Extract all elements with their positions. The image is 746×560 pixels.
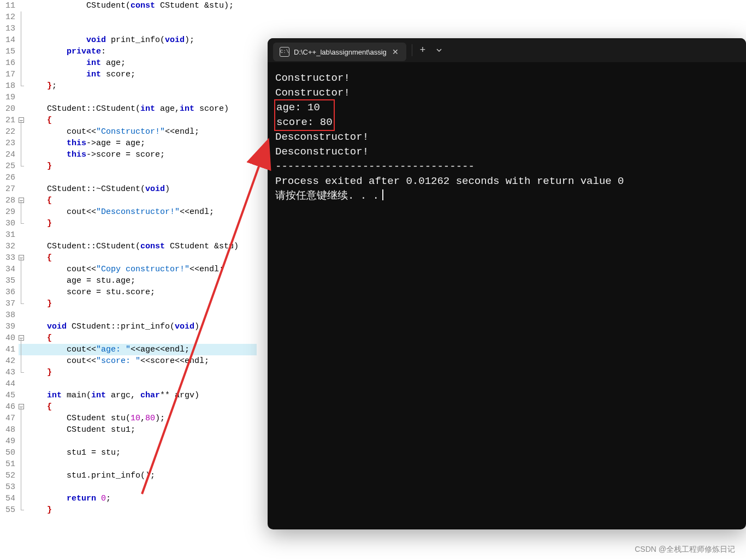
code-line[interactable]: 42 cout<<"score: "<<score<<endl; [0,355,257,367]
line-number: 54 [0,493,19,504]
terminal-window: C:\ D:\C++_lab\assignment\assig ✕ + Cons… [268,38,746,529]
code-line[interactable]: 52 stu1.print_info(); [0,470,257,481]
code-line[interactable]: 23 this->age = age; [0,138,257,149]
code-line[interactable]: 19 [0,92,257,103]
terminal-line: Constructor! [275,71,738,86]
code-line[interactable]: 53 [0,481,257,493]
code-text: } [26,504,257,516]
code-line[interactable]: 25 } [0,160,257,172]
terminal-line: score: 80 [276,115,333,130]
code-text [26,229,257,241]
code-line[interactable]: 31 [0,229,257,241]
code-text [26,172,257,183]
code-line[interactable]: 29 cout<<"Desconstructor!"<<endl; [0,206,257,218]
code-line[interactable]: 26 [0,172,257,183]
watermark: CSDN @全栈工程师修炼日记 [635,545,735,555]
line-number: 18 [0,80,19,92]
code-line[interactable]: 13 [0,23,257,34]
line-number: 34 [0,264,19,275]
line-number: 44 [0,378,19,390]
code-line[interactable]: 16 int age; [0,57,257,69]
fold-gutter[interactable] [19,401,26,413]
code-line[interactable]: 11 CStudent(const CStudent &stu); [0,0,257,11]
code-line[interactable]: 21 { [0,115,257,126]
code-line[interactable]: 14 void print_info(void); [0,34,257,46]
code-line[interactable]: 54 return 0; [0,493,257,504]
tab-separator [412,44,412,56]
fold-gutter[interactable] [19,195,26,206]
fold-gutter [19,413,26,424]
code-line[interactable]: 51 [0,458,257,470]
fold-gutter [19,172,26,183]
fold-gutter [19,390,26,401]
line-number: 13 [0,23,19,34]
code-text [26,23,257,34]
fold-gutter [19,23,26,34]
code-line[interactable]: 50 stu1 = stu; [0,447,257,458]
line-number: 51 [0,458,19,470]
code-line[interactable]: 32 CStudent::CStudent(const CStudent &st… [0,241,257,252]
terminal-body[interactable]: Constructor!Constructor!age: 10score: 80… [268,62,746,212]
terminal-prompt-line: 请按任意键继续. . . [275,189,738,204]
fold-gutter [19,183,26,195]
line-number: 26 [0,172,19,183]
code-line[interactable]: 55 } [0,504,257,516]
code-line[interactable]: 28 { [0,195,257,206]
code-line[interactable]: 34 cout<<"Copy constructor!"<<endl; [0,264,257,275]
code-line[interactable]: 20 CStudent::CStudent(int age,int score) [0,103,257,115]
code-text [26,11,257,23]
code-line[interactable]: 46 { [0,401,257,413]
code-line[interactable]: 45 int main(int argc, char** argv) [0,390,257,401]
fold-gutter [19,298,26,309]
code-line[interactable]: 38 [0,309,257,321]
fold-gutter[interactable] [19,115,26,126]
fold-gutter[interactable] [19,332,26,344]
code-editor[interactable]: 11 CStudent(const CStudent &stu);12 13 1… [0,0,257,546]
code-line[interactable]: 43 } [0,367,257,378]
line-number: 45 [0,390,19,401]
line-number: 22 [0,126,19,138]
code-line[interactable]: 47 CStudent stu(10,80); [0,413,257,424]
fold-gutter [19,481,26,493]
code-line[interactable]: 37 } [0,298,257,309]
code-text: CStudent stu1; [26,424,257,436]
code-text: stu1 = stu; [26,447,257,458]
fold-gutter [19,458,26,470]
line-number: 14 [0,34,19,46]
code-line[interactable]: 44 [0,378,257,390]
code-text: return 0; [26,493,257,504]
code-line[interactable]: 35 age = stu.age; [0,275,257,287]
fold-gutter [19,241,26,252]
code-line[interactable]: 30 } [0,218,257,229]
fold-gutter [19,218,26,229]
line-number: 27 [0,183,19,195]
highlight-box: age: 10score: 80 [274,99,335,131]
code-text: cout<<"Desconstructor!"<<endl; [26,206,257,218]
code-line[interactable]: 15 private: [0,46,257,57]
code-text: { [26,195,257,206]
code-line[interactable]: 49 [0,436,257,447]
code-line[interactable]: 24 this->score = score; [0,149,257,160]
code-line[interactable]: 40 { [0,332,257,344]
fold-gutter [19,504,26,516]
code-text: } [26,160,257,172]
code-line[interactable]: 12 [0,11,257,23]
line-number: 31 [0,229,19,241]
line-number: 40 [0,332,19,344]
code-line[interactable]: 48 CStudent stu1; [0,424,257,436]
code-line[interactable]: 22 cout<<"Constructor!"<<endl; [0,126,257,138]
code-line[interactable]: 36 score = stu.score; [0,287,257,298]
code-line[interactable]: 18 }; [0,80,257,92]
code-line[interactable]: 17 int score; [0,69,257,80]
fold-gutter[interactable] [19,252,26,264]
code-line[interactable]: 39 void CStudent::print_info(void) [0,321,257,332]
close-icon[interactable]: ✕ [391,47,400,56]
tab-dropdown-button[interactable] [431,42,447,58]
terminal-tab[interactable]: C:\ D:\C++_lab\assignment\assig ✕ [273,43,406,61]
code-line[interactable]: 33 { [0,252,257,264]
terminal-titlebar[interactable]: C:\ D:\C++_lab\assignment\assig ✕ + [268,38,746,62]
line-number: 50 [0,447,19,458]
new-tab-button[interactable]: + [415,42,431,58]
code-line[interactable]: 41 cout<<"age: "<<age<<endl; [0,344,257,355]
code-line[interactable]: 27 CStudent::~CStudent(void) [0,183,257,195]
